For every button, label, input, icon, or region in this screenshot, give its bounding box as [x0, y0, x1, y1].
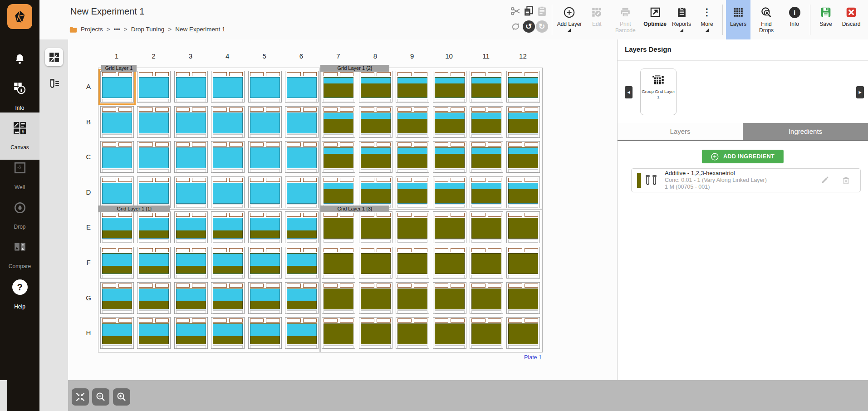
drop-position-2[interactable] — [155, 248, 169, 252]
drop-position-2[interactable] — [377, 108, 391, 112]
drop-position-1[interactable] — [176, 318, 190, 323]
copy-icon[interactable] — [523, 5, 535, 17]
reservoir[interactable] — [435, 147, 465, 168]
well-B11[interactable] — [470, 106, 503, 138]
reservoir[interactable] — [508, 289, 538, 309]
reports-button[interactable]: Reports — [669, 0, 694, 39]
drop-position-1[interactable] — [102, 318, 116, 323]
well-B10[interactable] — [433, 106, 466, 138]
sidebar-item-canvas[interactable]: 9 Canvas — [0, 113, 39, 160]
tab-layers[interactable]: Layers — [618, 123, 743, 140]
reservoir[interactable] — [176, 289, 206, 309]
drop-position-1[interactable] — [324, 284, 338, 288]
reservoir[interactable] — [361, 323, 391, 344]
reservoir[interactable] — [361, 113, 391, 133]
group-grid-layer-card[interactable]: Group Grid Layer 1 — [640, 68, 677, 115]
reservoir[interactable] — [176, 147, 206, 168]
drop-position-2[interactable] — [192, 248, 206, 252]
drop-position-1[interactable] — [361, 213, 375, 217]
well-B7[interactable] — [322, 106, 355, 138]
reservoir[interactable] — [250, 218, 280, 239]
reservoir[interactable] — [287, 289, 317, 309]
reservoir[interactable] — [324, 147, 353, 168]
well-G4[interactable] — [211, 282, 245, 314]
edit-ingredient-icon[interactable] — [820, 176, 829, 185]
drop-position-1[interactable] — [250, 213, 264, 217]
reservoir[interactable] — [287, 218, 317, 239]
drop-position-1[interactable] — [397, 142, 412, 147]
sidebar-item-well[interactable] — [0, 161, 39, 174]
reservoir[interactable] — [508, 147, 538, 168]
drop-position-2[interactable] — [377, 248, 391, 252]
reservoir[interactable] — [471, 218, 501, 239]
reservoir[interactable] — [397, 113, 427, 133]
drop-position-1[interactable] — [213, 213, 227, 217]
drop-position-2[interactable] — [488, 108, 502, 112]
drop-position-2[interactable] — [192, 178, 206, 182]
well-E9[interactable] — [396, 211, 429, 243]
drop-position-2[interactable] — [229, 248, 243, 252]
drop-position-1[interactable] — [324, 213, 338, 217]
delete-ingredient-icon[interactable] — [842, 176, 850, 185]
well-A3[interactable] — [174, 71, 208, 103]
well-A9[interactable] — [396, 71, 429, 103]
well-G5[interactable] — [248, 282, 282, 314]
carousel-right-arrow[interactable]: ▶ — [856, 86, 864, 98]
drop-position-2[interactable] — [303, 213, 317, 217]
drop-position-1[interactable] — [287, 108, 301, 112]
drop-position-1[interactable] — [213, 178, 227, 182]
drop-position-2[interactable] — [451, 213, 465, 217]
reservoir[interactable] — [102, 323, 132, 344]
well-F11[interactable] — [470, 247, 503, 279]
well-H3[interactable] — [174, 317, 208, 349]
drop-position-1[interactable] — [102, 213, 116, 217]
well-C9[interactable] — [396, 141, 429, 173]
breadcrumb-projects[interactable]: Projects — [81, 26, 103, 33]
reservoir[interactable] — [139, 113, 169, 133]
reservoir[interactable] — [435, 289, 465, 309]
well-E3[interactable] — [174, 211, 208, 243]
canvas-area[interactable]: 123456789101112 ABCDEFGH Grid Layer 1Gri… — [68, 39, 617, 380]
well-E7[interactable] — [322, 211, 355, 243]
ingredients-list-tool-button[interactable] — [45, 75, 63, 93]
reservoir[interactable] — [471, 113, 501, 133]
add-layer-button[interactable]: Add Layer — [555, 0, 584, 39]
reservoir[interactable] — [176, 77, 206, 98]
well-E11[interactable] — [470, 211, 503, 243]
well-G1[interactable] — [100, 282, 134, 314]
well-C4[interactable] — [211, 141, 245, 173]
drop-position-1[interactable] — [397, 318, 412, 323]
app-logo[interactable] — [7, 4, 32, 29]
zoom-out-button[interactable] — [92, 388, 109, 406]
print-barcode-button[interactable]: Print Barcode — [610, 0, 641, 39]
drop-position-2[interactable] — [303, 72, 317, 76]
drop-position-2[interactable] — [229, 142, 243, 147]
well-D2[interactable] — [137, 176, 171, 208]
undo-icon[interactable]: ↺ — [523, 20, 535, 33]
reservoir[interactable] — [508, 218, 538, 239]
well-A8[interactable] — [359, 71, 392, 103]
drop-position-1[interactable] — [102, 72, 116, 76]
reservoir[interactable] — [176, 113, 206, 133]
well-A12[interactable] — [506, 71, 540, 103]
sidebar-item-info[interactable] — [0, 82, 39, 95]
drop-position-1[interactable] — [139, 284, 153, 288]
drop-position-1[interactable] — [139, 108, 153, 112]
drop-position-2[interactable] — [192, 213, 206, 217]
well-H4[interactable] — [211, 317, 245, 349]
well-G3[interactable] — [174, 282, 208, 314]
drop-position-2[interactable] — [155, 213, 169, 217]
drop-position-2[interactable] — [414, 178, 428, 182]
reservoir[interactable] — [508, 323, 538, 344]
drop-position-1[interactable] — [361, 284, 375, 288]
well-G10[interactable] — [433, 282, 466, 314]
drop-position-1[interactable] — [397, 108, 412, 112]
drop-position-2[interactable] — [340, 108, 354, 112]
reservoir[interactable] — [324, 77, 353, 98]
reservoir[interactable] — [471, 289, 501, 309]
well-G2[interactable] — [137, 282, 171, 314]
drop-position-1[interactable] — [471, 108, 485, 112]
reservoir[interactable] — [250, 77, 280, 98]
well-G8[interactable] — [359, 282, 392, 314]
well-F12[interactable] — [506, 247, 540, 279]
